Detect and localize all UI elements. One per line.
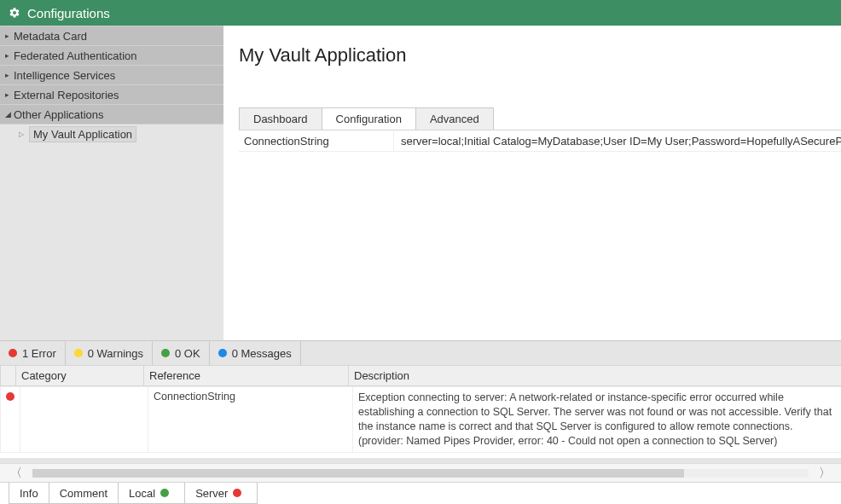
- config-key: ConnectionString: [239, 131, 394, 151]
- caret-right-icon: ▸: [5, 90, 14, 99]
- dot-red-icon: [9, 349, 17, 357]
- dot-yellow-icon: [74, 349, 83, 357]
- row-status-cell: [1, 387, 20, 453]
- caret-right-icon: ▸: [5, 71, 14, 79]
- btab-label: Server: [195, 487, 228, 500]
- col-description[interactable]: Description: [349, 366, 842, 386]
- titlebar: Configurations: [0, 0, 841, 26]
- badge-warnings[interactable]: 0 Warnings: [66, 341, 153, 365]
- config-value: server=local;Initial Catalog=MyDatabase;…: [394, 131, 841, 151]
- scroll-track[interactable]: [32, 469, 809, 478]
- row-reference: ConnectionString: [148, 387, 353, 453]
- sidebar-item-intelligence-services[interactable]: ▸Intelligence Services: [0, 65, 223, 85]
- status-pane: 1 Error 0 Warnings 0 OK 0 Messages Categ…: [0, 340, 841, 482]
- row-category: [20, 387, 148, 453]
- status-badges: 1 Error 0 Warnings 0 OK 0 Messages: [0, 341, 841, 365]
- badge-label: 1 Error: [22, 347, 56, 360]
- col-reference[interactable]: Reference: [144, 366, 349, 386]
- dot-green-icon: [160, 489, 169, 497]
- scroll-left-icon[interactable]: 〈: [5, 466, 27, 481]
- badge-label: 0 Warnings: [88, 347, 143, 360]
- horizontal-scrollbar[interactable]: 〈 〉: [0, 463, 841, 482]
- btab-label: Comment: [60, 487, 107, 500]
- dot-green-icon: [161, 349, 170, 357]
- sidebar-item-label: Intelligence Services: [14, 69, 115, 82]
- caret-right-icon: ▸: [5, 51, 14, 60]
- tab-dashboard[interactable]: Dashboard: [239, 107, 322, 130]
- dot-red-icon: [233, 489, 241, 497]
- btab-server[interactable]: Server: [184, 483, 258, 504]
- badge-label: 0 Messages: [232, 347, 292, 360]
- triangle-right-icon: ▷: [19, 130, 29, 138]
- main-panel: My Vault Application Dashboard Configura…: [223, 26, 841, 340]
- message-table: Category Reference Description: [0, 365, 841, 386]
- page-title: My Vault Application: [223, 26, 841, 67]
- row-description: Exception connecting to server: A networ…: [353, 387, 842, 453]
- badge-ok[interactable]: 0 OK: [153, 341, 210, 365]
- sidebar-item-external-repositories[interactable]: ▸External Repositories: [0, 84, 223, 105]
- titlebar-title: Configurations: [27, 6, 110, 20]
- scroll-thumb[interactable]: [32, 469, 684, 478]
- btab-label: Local: [129, 487, 155, 500]
- dot-blue-icon: [218, 349, 227, 357]
- sidebar-item-label: External Repositories: [14, 89, 119, 101]
- sidebar-subitem-label: My Vault Application: [29, 126, 136, 142]
- message-row[interactable]: ConnectionString Exception connecting to…: [1, 387, 842, 453]
- sidebar-subitem-my-vault-application[interactable]: ▷ My Vault Application: [0, 125, 223, 143]
- badge-messages[interactable]: 0 Messages: [210, 341, 301, 365]
- sidebar-item-label: Other Applications: [14, 108, 104, 121]
- col-category[interactable]: Category: [16, 366, 144, 386]
- btab-info[interactable]: Info: [9, 483, 49, 504]
- caret-down-icon: ◢: [5, 110, 14, 119]
- sidebar-item-federated-auth[interactable]: ▸Federated Authentication: [0, 45, 223, 66]
- badge-label: 0 OK: [175, 347, 200, 360]
- btab-local[interactable]: Local: [118, 483, 185, 504]
- btab-comment[interactable]: Comment: [49, 483, 119, 504]
- sidebar-item-label: Federated Authentication: [14, 49, 137, 62]
- dot-red-icon: [6, 392, 14, 401]
- tab-configuration[interactable]: Configuration: [322, 107, 416, 130]
- tabstrip: Dashboard Configuration Advanced: [239, 107, 841, 130]
- tab-advanced[interactable]: Advanced: [415, 107, 494, 130]
- scroll-right-icon[interactable]: 〉: [814, 466, 836, 481]
- badge-errors[interactable]: 1 Error: [0, 341, 66, 365]
- bottom-tabs: Info Comment Local Server: [0, 482, 841, 504]
- col-status: [1, 366, 16, 386]
- gear-icon: [9, 7, 20, 19]
- sidebar-item-metadata-card[interactable]: ▸Metadata Card: [0, 26, 223, 46]
- caret-right-icon: ▸: [5, 32, 14, 40]
- config-row[interactable]: ConnectionString server=local;Initial Ca…: [239, 130, 841, 152]
- btab-label: Info: [20, 487, 38, 500]
- sidebar-item-other-applications[interactable]: ◢Other Applications: [0, 104, 223, 125]
- sidebar-item-label: Metadata Card: [14, 30, 87, 43]
- sidebar: ▸Metadata Card ▸Federated Authentication…: [0, 26, 223, 340]
